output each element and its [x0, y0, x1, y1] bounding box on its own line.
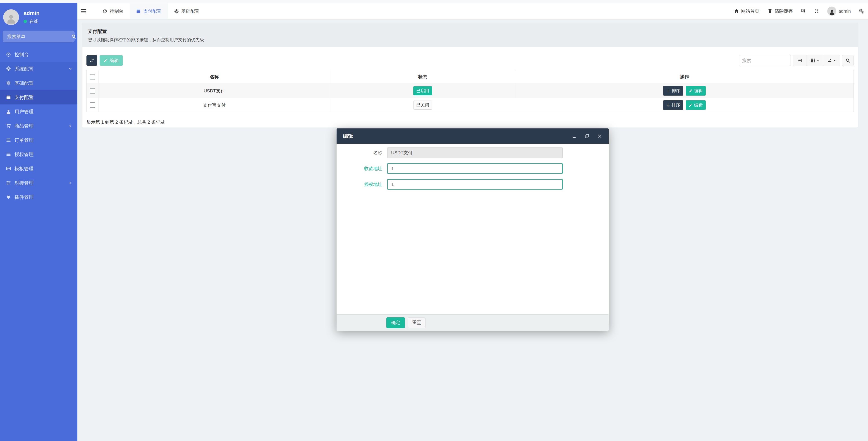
pencil-icon — [104, 58, 108, 62]
status-badge-enabled[interactable]: 已启用 — [413, 86, 432, 95]
table-tools — [739, 55, 854, 66]
table-row: 支付宝支付 已关闭 排序 编辑 — [87, 98, 854, 112]
sidebar-item-auth-mgmt[interactable]: 授权管理 — [0, 147, 78, 161]
panel-heading: 支付配置 您可以拖动操作栏中的排序按钮，从而控制用户支付的优先级 — [82, 23, 858, 47]
tab-console[interactable]: 控制台 — [96, 3, 130, 19]
sidebar-item-template-mgmt[interactable]: 模板管理 — [0, 161, 78, 176]
sidebar-toggle-button[interactable] — [78, 3, 90, 19]
fullscreen-button[interactable] — [814, 9, 819, 13]
hamburger-icon — [81, 8, 87, 14]
move-icon — [666, 103, 670, 107]
dashboard-icon — [6, 52, 11, 57]
gear-icon — [6, 66, 11, 71]
row-checkbox[interactable] — [90, 88, 95, 93]
confirm-button[interactable]: 确定 — [386, 317, 405, 328]
dialog-header[interactable]: 编辑 — [337, 128, 609, 144]
search-toggle-button[interactable] — [842, 55, 854, 66]
table-header-row: 名称 状态 操作 — [87, 70, 854, 84]
topbar-user-menu[interactable]: admin — [827, 6, 851, 16]
topbar-username: admin — [839, 9, 851, 14]
topbar: 控制台 支付配置 基础配置 网站首页 清除缓存 admin — [78, 3, 868, 20]
user-name: admin — [24, 10, 40, 17]
caret-down-icon — [833, 59, 836, 62]
name-field-label: 名称 — [337, 150, 387, 156]
chevron-down-icon — [68, 67, 72, 71]
home-icon — [734, 9, 739, 13]
list-icon — [6, 138, 11, 143]
sidebar-item-system-config[interactable]: 系统配置 — [0, 62, 78, 76]
column-header-action: 操作 — [515, 70, 854, 84]
sliders-icon — [6, 180, 11, 185]
gear-icon — [174, 9, 179, 13]
window-top-strip — [0, 0, 868, 3]
person-icon — [829, 9, 835, 15]
page-description: 您可以拖动操作栏中的排序按钮，从而控制用户支付的优先级 — [88, 37, 852, 43]
edit-row-button[interactable]: 编辑 — [686, 86, 706, 96]
fullscreen-icon — [814, 9, 819, 13]
receive-address-field[interactable] — [387, 163, 563, 174]
gears-icon — [859, 9, 864, 13]
minimize-icon[interactable] — [571, 134, 577, 139]
sidebar-search — [3, 31, 75, 42]
online-status-dot — [24, 20, 27, 23]
sidebar-item-basic-config[interactable]: 基础配置 — [0, 76, 78, 90]
edit-button-toolbar[interactable]: 编辑 — [100, 55, 123, 66]
online-status-label: 在线 — [29, 18, 38, 25]
export-button[interactable] — [823, 55, 840, 66]
payment-config-panel: 支付配置 您可以拖动操作栏中的排序按钮，从而控制用户支付的优先级 编辑 — [82, 23, 858, 127]
sidebar-item-console[interactable]: 控制台 — [0, 47, 78, 62]
edit-row-button[interactable]: 编辑 — [686, 100, 706, 110]
table-row: USDT支付 已启用 排序 编辑 — [87, 84, 854, 98]
pencil-icon — [689, 89, 692, 93]
page-title: 支付配置 — [88, 28, 852, 34]
detail-view-button[interactable] — [793, 55, 806, 66]
person-icon — [6, 13, 16, 24]
user-avatar[interactable] — [3, 9, 19, 25]
cart-icon — [6, 123, 11, 128]
sidebar-item-order-mgmt[interactable]: 订单管理 — [0, 133, 78, 147]
sidebar-item-goods-mgmt[interactable]: 商品管理 — [0, 119, 78, 133]
search-icon — [845, 58, 850, 63]
columns-button[interactable] — [806, 55, 823, 66]
cell-name: 支付宝支付 — [99, 98, 330, 112]
auth-address-field[interactable] — [387, 179, 563, 189]
sidebar-item-integration-mgmt[interactable]: 对接管理 — [0, 176, 78, 190]
translate-icon — [801, 9, 806, 13]
settings-menu-button[interactable] — [859, 9, 864, 13]
refresh-button[interactable] — [87, 55, 97, 66]
export-icon — [827, 58, 832, 63]
close-icon[interactable] — [597, 134, 602, 139]
table-search-input[interactable] — [739, 55, 791, 66]
search-icon[interactable] — [71, 34, 76, 39]
language-switch-button[interactable] — [801, 9, 806, 13]
server-icon — [136, 9, 141, 13]
sidebar: admin 在线 控制台 系统配置 基础配置 支付配置 — [0, 3, 78, 441]
sort-button[interactable]: 排序 — [663, 86, 683, 96]
chevron-left-icon — [68, 124, 72, 128]
grid-icon — [810, 58, 815, 63]
clear-cache-link[interactable]: 清除缓存 — [768, 8, 793, 14]
tab-basic-config[interactable]: 基础配置 — [168, 3, 206, 19]
dialog-title: 编辑 — [343, 133, 353, 140]
sidebar-item-payment-config[interactable]: 支付配置 — [0, 90, 78, 105]
sidebar-search-input[interactable] — [3, 34, 67, 39]
maximize-icon[interactable] — [584, 134, 590, 139]
view-button-group — [793, 55, 840, 66]
sidebar-item-plugin-mgmt[interactable]: 插件管理 — [0, 190, 78, 204]
sidebar-item-user-mgmt[interactable]: 用户管理 — [0, 105, 78, 119]
tab-payment-config[interactable]: 支付配置 — [130, 3, 168, 19]
select-all-checkbox[interactable] — [90, 74, 95, 80]
nav-tabs: 控制台 支付配置 基础配置 — [96, 3, 206, 19]
status-badge-disabled[interactable]: 已关闭 — [413, 100, 432, 110]
edit-dialog: 编辑 名称 收款地址 授权地址 确定 重置 — [337, 128, 609, 331]
row-checkbox[interactable] — [90, 102, 95, 108]
chevron-left-icon — [68, 181, 72, 185]
site-home-link[interactable]: 网站首页 — [734, 8, 760, 14]
sort-button[interactable]: 排序 — [663, 100, 683, 110]
reset-button[interactable]: 重置 — [408, 317, 426, 328]
user-icon — [6, 109, 11, 114]
name-field[interactable] — [387, 147, 563, 158]
move-icon — [666, 89, 670, 93]
record-summary: 显示第 1 到第 2 条记录，总共 2 条记录 — [87, 119, 854, 125]
form-row-receive-address: 收款地址 — [337, 163, 609, 174]
